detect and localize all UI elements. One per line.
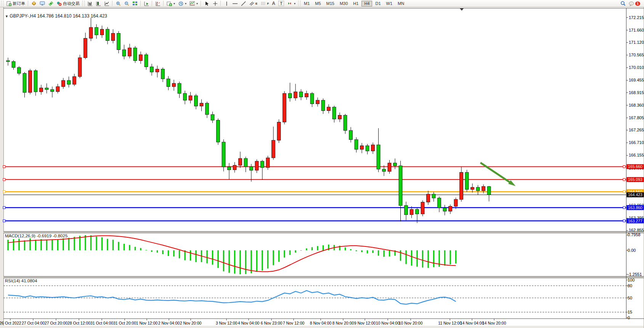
separator — [220, 1, 221, 6]
candle-body — [23, 74, 26, 93]
timeframe-M30[interactable]: M30 — [337, 1, 350, 6]
level-line-handle[interactable] — [623, 206, 625, 209]
toolbar-grip[interactable] — [82, 1, 85, 6]
arrows-tool-button[interactable]: ▾ — [286, 0, 297, 6]
time-tick-label: 4 Nov 04:00 — [238, 321, 260, 325]
chart-template-button[interactable]: ▾ — [188, 0, 199, 6]
level-line-handle[interactable] — [3, 165, 5, 168]
text-label-tool-button[interactable]: T — [277, 0, 286, 6]
toolbar-grip[interactable] — [1, 1, 3, 6]
cascade-windows-button[interactable] — [154, 0, 162, 6]
line-chart-button[interactable] — [103, 0, 111, 6]
candle-body — [167, 79, 170, 86]
chart-template-icon — [190, 1, 195, 6]
chart-background — [0, 7, 644, 328]
candle-body — [183, 93, 187, 100]
rsi-tick-label: 50 — [628, 296, 632, 300]
level-line-handle[interactable] — [623, 165, 625, 168]
candle-body — [95, 27, 98, 35]
level-line-handle[interactable] — [623, 220, 625, 222]
separator — [152, 1, 153, 6]
arrange-windows-button[interactable] — [142, 0, 151, 6]
signal-icon — [48, 1, 53, 6]
tile-windows-button[interactable] — [131, 0, 139, 6]
candle-body — [29, 70, 32, 92]
channel-tool-button[interactable]: E — [247, 0, 259, 6]
candle-body — [106, 29, 109, 41]
candle-body — [338, 115, 342, 119]
level-line-handle[interactable] — [3, 206, 5, 209]
timeframe-MN[interactable]: MN — [395, 1, 406, 6]
trendline-icon — [241, 1, 246, 6]
time-tick-label: 8 Nov 04:00 — [310, 321, 332, 325]
trendline-tool-button[interactable] — [239, 0, 247, 6]
chart-canvas[interactable]: 172.215171.660171.120170.565170.010169.4… — [0, 7, 644, 328]
cursor-tool-button[interactable] — [202, 0, 211, 6]
zoom-out-button[interactable] — [122, 0, 131, 6]
time-tick-label: 11 Nov 12:00 — [438, 321, 462, 325]
signals-button[interactable] — [47, 0, 55, 6]
price-badge-label: 165.660 — [628, 164, 642, 169]
search-button[interactable] — [619, 0, 627, 6]
new-order-button[interactable]: 新订单 — [5, 0, 27, 6]
time-tick-label: 6 Nov 23:00 — [261, 321, 283, 325]
candle-body — [393, 163, 397, 166]
candle-body — [156, 69, 159, 72]
level-line-handle[interactable] — [3, 220, 5, 222]
zoom-in-button[interactable] — [114, 0, 122, 6]
pane-separator[interactable] — [3, 277, 644, 278]
auto-trading-button[interactable]: 自动交易 — [55, 0, 81, 6]
candle-body — [111, 34, 115, 41]
candle-body — [133, 48, 137, 61]
timeframe-W1[interactable]: W1 — [384, 1, 395, 6]
candlestick-chart-button[interactable] — [94, 0, 103, 6]
candle-body — [206, 103, 209, 115]
level-line-handle[interactable] — [3, 178, 5, 181]
auto-trading-icon — [56, 1, 62, 6]
candle-body — [305, 93, 308, 97]
notifications-button[interactable]: 1 — [627, 0, 642, 6]
line-chart-icon — [104, 1, 109, 6]
level-line-handle[interactable] — [3, 190, 5, 193]
metaquotes-button[interactable] — [30, 0, 38, 6]
candle-body — [239, 158, 242, 165]
market-watch-button[interactable] — [38, 0, 47, 6]
timeframe-toolbar: M1M5M15M30H1H4D1W1MN — [302, 1, 406, 6]
monitor-icon — [40, 1, 45, 6]
timeframe-H1[interactable]: H1 — [351, 1, 361, 6]
candle-body — [299, 92, 303, 97]
vertical-line-tool-button[interactable] — [222, 0, 231, 6]
bar-chart-button[interactable] — [86, 0, 94, 6]
price-badge-label: 163.860 — [628, 205, 642, 210]
fibonacci-tool-button[interactable]: F — [259, 0, 270, 6]
horizontal-line-tool-button[interactable] — [231, 0, 239, 6]
new-chart-button[interactable]: ▾ — [165, 0, 177, 6]
timeframe-M15[interactable]: M15 — [324, 1, 337, 6]
candle-body — [150, 67, 154, 72]
price-badge-label: 165.093 — [628, 177, 642, 182]
new-chart-icon — [167, 1, 172, 6]
crosshair-icon — [212, 1, 218, 6]
crosshair-tool-button[interactable] — [211, 0, 219, 6]
period-button[interactable]: ▾ — [177, 0, 188, 6]
timeframe-D1[interactable]: D1 — [373, 1, 383, 6]
candle-body — [100, 29, 104, 35]
candle-body — [487, 187, 491, 195]
bar-chart-icon — [87, 1, 93, 6]
toolbar-grip[interactable] — [298, 1, 300, 6]
candle-body — [84, 38, 87, 58]
candle-body — [56, 86, 59, 91]
candle-body — [449, 206, 452, 211]
timeframe-M1[interactable]: M1 — [302, 1, 312, 6]
equidistant-channel-icon — [249, 1, 254, 6]
candle-body — [454, 199, 458, 206]
candlestick-chart-icon — [96, 1, 101, 6]
timeframe-H4[interactable]: H4 — [361, 1, 372, 6]
level-line-handle[interactable] — [623, 178, 625, 181]
timeframe-M5[interactable]: M5 — [313, 1, 323, 6]
new-order-label: 新订单 — [13, 1, 25, 6]
pane-separator[interactable] — [3, 232, 644, 233]
price-tick-label: 172.215 — [629, 15, 644, 20]
level-line-handle[interactable] — [623, 190, 625, 193]
text-tool-button[interactable]: A — [270, 0, 277, 6]
